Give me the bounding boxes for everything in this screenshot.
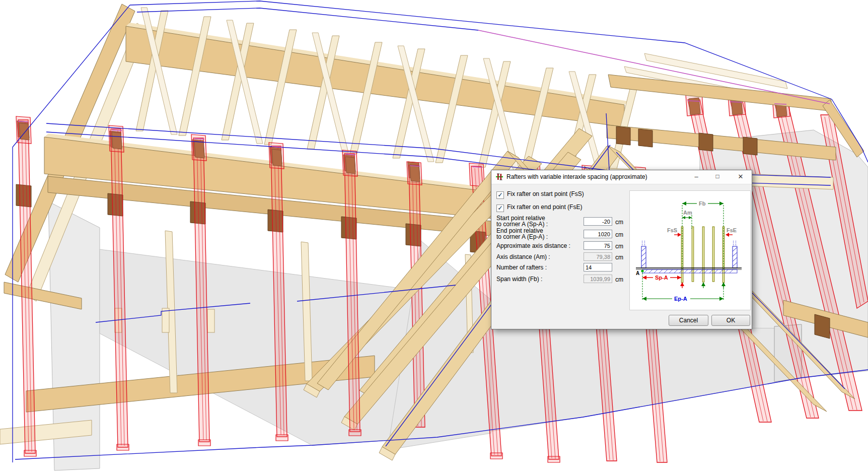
start-point-label: Start point relativeto corner A (Sp-A) : xyxy=(496,215,582,227)
diagram-corner-a-label: A xyxy=(636,270,639,276)
end-point-label: End point relativeto corner A (Ep-A) : xyxy=(496,228,582,240)
fix-end-label: Fix rafter on end point (FsE) xyxy=(507,204,582,211)
fix-start-checkbox[interactable]: ✓ xyxy=(496,191,504,199)
approx-axis-distance-unit: cm xyxy=(615,243,623,250)
fix-end-checkbox[interactable]: ✓ xyxy=(496,205,504,212)
diagram-corner-a-point xyxy=(641,269,643,272)
start-point-input[interactable] xyxy=(584,217,612,226)
start-point-unit: cm xyxy=(615,219,623,226)
dialog-title: Rafters with variable interaxle spacing … xyxy=(507,173,647,180)
cancel-button[interactable]: Cancel xyxy=(669,315,708,326)
fix-start-label: Fix rafter on start point (FsS) xyxy=(507,190,584,197)
diagram-fb-label: Fb xyxy=(699,200,706,207)
checkbox-row-fix-end: ✓Fix rafter on end point (FsE) xyxy=(496,204,582,211)
approx-axis-distance-input[interactable] xyxy=(584,241,612,250)
number-of-rafters-label: Number of rafters : xyxy=(496,264,582,270)
close-icon[interactable]: ✕ xyxy=(732,171,749,182)
span-width-output xyxy=(584,275,612,283)
end-point-input[interactable] xyxy=(584,230,612,238)
app-window: Rafters with variable interaxle spacing … xyxy=(0,0,868,474)
span-width-label: Span width (Fb) : xyxy=(496,276,582,282)
maximize-icon[interactable]: □ xyxy=(709,171,726,182)
diagram-fse-label: FsE xyxy=(727,227,737,233)
axis-distance-output xyxy=(584,252,612,261)
dialog-titlebar[interactable]: Rafters with variable interaxle spacing … xyxy=(491,170,752,184)
rafters-dialog: Rafters with variable interaxle spacing … xyxy=(491,170,752,329)
diagram-epa-label: Ep-A xyxy=(674,296,687,302)
minimize-icon[interactable]: – xyxy=(688,171,705,182)
approx-axis-distance-label: Approximate axis distance : xyxy=(496,243,582,249)
end-point-unit: cm xyxy=(615,231,623,238)
diagram-fss-label: FsS xyxy=(667,227,677,233)
diagram-sill-hatch xyxy=(644,269,733,273)
diagram-spa-label: Sp-A xyxy=(655,275,668,281)
ok-button[interactable]: OK xyxy=(711,315,750,326)
span-width-unit: cm xyxy=(615,276,623,283)
axis-distance-label: Axis distance (Am) : xyxy=(496,254,582,260)
spacing-diagram: Fb Am FsS FsE xyxy=(629,190,751,310)
number-of-rafters-input[interactable] xyxy=(584,263,612,272)
rafters-spacing-icon xyxy=(495,173,503,181)
axis-distance-unit: cm xyxy=(615,254,623,261)
checkbox-row-fix-start: ✓Fix rafter on start point (FsS) xyxy=(496,190,584,198)
diagram-rafter-bars xyxy=(681,227,725,283)
diagram-am-label: Am xyxy=(683,210,692,216)
